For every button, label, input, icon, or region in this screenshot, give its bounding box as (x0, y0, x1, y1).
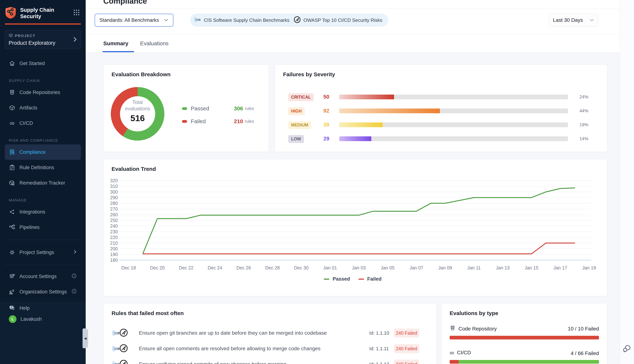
total-evaluations-value: 516 (130, 113, 145, 123)
chevron-left-icon: ◀ (84, 336, 86, 340)
code-repository-icon (450, 325, 456, 332)
svg-text:CIS: CIS (115, 363, 120, 364)
donut-center-label: Total (132, 99, 143, 106)
sidebar-item-user[interactable]: L Lavakush (5, 314, 86, 324)
severity-bar (339, 136, 568, 141)
infinity-icon: ∞ (9, 121, 16, 125)
tab-evaluations[interactable]: Evaluations (140, 40, 169, 46)
dashboard-content: Evaluation Breakdown Total evaluations 5… (86, 52, 620, 364)
svg-text:250: 250 (110, 218, 118, 223)
svg-text:?: ? (11, 306, 12, 308)
sidebar: Supply ChainSecurity PROJECT Product Exp… (0, 0, 86, 364)
chat-bubbles-icon[interactable] (622, 343, 632, 354)
svg-text:Dec 24: Dec 24 (208, 265, 222, 270)
svg-text:Dec 22: Dec 22 (179, 265, 193, 270)
cis-logo-icon: CIS (112, 360, 120, 364)
failed-rules-card: Rules that failed most often CIS Ensure … (103, 303, 437, 364)
chevron-down-icon (589, 17, 594, 23)
date-range-dropdown[interactable]: Last 30 Days (549, 14, 598, 26)
svg-text:300: 300 (110, 189, 118, 194)
benchmark-chip-cis[interactable]: CIS CIS Software Supply Chain Benchmarks… (190, 14, 303, 26)
rule-text: Ensure verifying signed commits of new c… (139, 361, 286, 364)
rule-row[interactable]: CIS Ensure verifying signed commits of n… (104, 356, 436, 364)
sidebar-item-integrations[interactable]: Integrations (5, 204, 81, 220)
cube-icon (9, 33, 13, 38)
svg-text:Jan 17: Jan 17 (553, 265, 567, 270)
rule-failed-badge: 240 Failed (394, 360, 419, 364)
svg-text:220: 220 (110, 235, 118, 240)
severity-count: 92 (317, 108, 336, 114)
info-icon[interactable] (71, 288, 77, 295)
info-icon[interactable] (71, 273, 77, 280)
clipboard-check-icon (9, 164, 16, 171)
sidebar-item-project-settings[interactable]: Project Settings (5, 245, 81, 260)
severity-percent: 19% (579, 122, 588, 128)
svg-text:Dec 18: Dec 18 (121, 265, 136, 270)
filter-bar: Standards: All Benchmarks CIS CIS Softwa… (86, 9, 620, 35)
svg-text:Jan 13: Jan 13 (496, 265, 510, 270)
sidebar-item-code-repositories[interactable]: Code Repositories (5, 85, 81, 100)
sidebar-item-remediation-tracker[interactable]: Remediation Tracker (5, 175, 81, 190)
evaluation-breakdown-card: Evaluation Breakdown Total evaluations 5… (103, 64, 269, 152)
sidebar-item-cicd[interactable]: ∞ CI/CD (5, 116, 81, 131)
sidebar-section-supply-chain: SUPPLY CHAIN (9, 76, 81, 85)
help-chat-icon: ? (9, 305, 16, 311)
rule-id: Id: 1.1.10 (369, 330, 389, 336)
main-area: Compliance Standards: All Benchmarks CIS… (86, 0, 620, 364)
sidebar-section-manage: MANAGE (9, 196, 81, 204)
rule-text: Ensure all open comments are resolved be… (139, 346, 321, 352)
svg-text:Jan 05: Jan 05 (381, 265, 394, 270)
rule-text: Ensure open git branches are up to date … (139, 330, 327, 336)
standards-filter-dropdown[interactable]: Standards: All Benchmarks (95, 14, 173, 26)
severity-bar (339, 94, 568, 99)
app-grid-icon[interactable] (73, 9, 80, 17)
type-row-code-repository: Code Repository (450, 325, 497, 332)
donut-legend: Passed 306 rules Failed 210 rules (182, 105, 254, 131)
severity-badge: HIGH (288, 107, 305, 115)
svg-text:260: 260 (110, 212, 118, 217)
owasp-logo-icon (119, 360, 128, 364)
sidebar-item-organization-settings[interactable]: Organization Settings (5, 284, 81, 300)
benchmark-chip-owasp[interactable]: OWASP Top 10 CI/CD Security Risks (290, 14, 388, 26)
svg-text:310: 310 (110, 184, 118, 189)
severity-row-high: HIGH 92 44% (275, 106, 607, 116)
svg-text:240: 240 (110, 224, 118, 228)
sidebar-item-rule-definitions[interactable]: Rule Definitions (5, 160, 81, 175)
svg-text:Jan 19: Jan 19 (582, 265, 596, 270)
rule-row[interactable]: CIS Ensure open git branches are up to d… (104, 325, 436, 341)
evaluations-by-type-card: Evalutions by type Code Repository 10 / … (441, 303, 607, 364)
failed-line-swatch (359, 278, 364, 280)
card-title: Evaluation Trend (112, 166, 156, 172)
sidebar-item-account-settings[interactable]: Account Settings (5, 269, 81, 284)
type-failed-count: 4 / 66 Failed (571, 350, 599, 356)
sidebar-collapse-handle[interactable]: ◀ (83, 328, 88, 348)
rule-id: Id: 1.1.11 (369, 346, 389, 352)
box-icon (9, 105, 16, 111)
svg-text:Jan 09: Jan 09 (438, 265, 452, 270)
svg-text:Jan 03: Jan 03 (352, 265, 366, 270)
svg-text:Jan 11: Jan 11 (467, 265, 481, 270)
tab-bar: Summary Evaluations (86, 35, 620, 52)
sidebar-item-pipelines[interactable]: Pipelines (5, 220, 81, 235)
project-selector[interactable]: PROJECT Product Exploratory (5, 30, 81, 49)
rule-row[interactable]: CIS Ensure all open comments are resolve… (104, 341, 436, 356)
card-title: Evalutions by type (450, 310, 498, 316)
rule-id: Id: 1.1.12 (369, 362, 389, 364)
page-title: Compliance (103, 0, 147, 6)
type-progress-bar (450, 336, 599, 340)
sidebar-item-get-started[interactable]: Get Started (5, 56, 81, 71)
card-title: Failures by Severity (283, 71, 335, 78)
sidebar-item-help[interactable]: ? Help (5, 302, 86, 314)
tab-summary[interactable]: Summary (103, 40, 128, 46)
divider (5, 265, 81, 265)
sidebar-item-compliance[interactable]: Compliance (5, 144, 81, 160)
svg-text:180: 180 (110, 258, 118, 263)
rule-standard-icons: CIS (112, 328, 128, 338)
svg-text:Dec 20: Dec 20 (150, 265, 165, 270)
project-name: Product Exploratory (9, 40, 77, 46)
failures-by-severity-card: Failures by Severity CRITICAL 50 24% HIG… (275, 64, 607, 152)
sidebar-item-artifacts[interactable]: Artifacts (5, 100, 81, 116)
sidebar-section-risk: RISK AND COMPLIANCE (9, 136, 81, 144)
severity-badge: CRITICAL (288, 93, 314, 101)
trend-line-chart: 1801902002102202302402502602702802903003… (104, 159, 607, 296)
